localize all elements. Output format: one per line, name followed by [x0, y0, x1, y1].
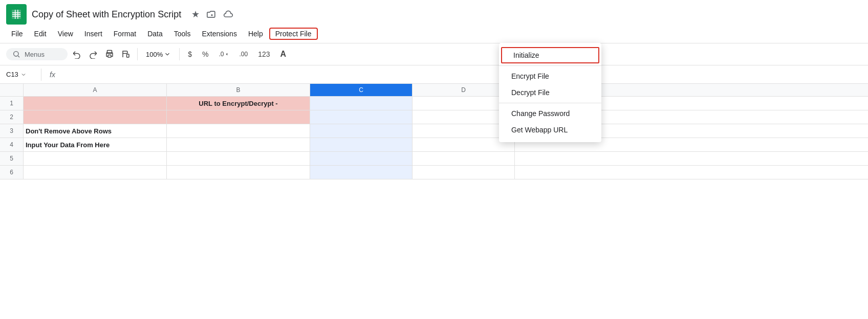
cell-c2[interactable]: [310, 110, 413, 124]
cell-b4[interactable]: [167, 138, 310, 151]
cell-a4-value: Input Your Data From Here: [26, 141, 110, 149]
cell-b2[interactable]: [167, 110, 310, 124]
cell-a1[interactable]: [24, 97, 167, 110]
row-num-5: 5: [0, 152, 24, 165]
format-123-button[interactable]: 123: [254, 49, 274, 59]
formula-icon: fx: [46, 71, 59, 79]
dropdown-separator-1: [499, 65, 601, 66]
star-icon[interactable]: ★: [190, 9, 201, 19]
col-header-c[interactable]: C: [310, 84, 413, 96]
toolbar-search[interactable]: Menus: [6, 48, 68, 60]
decimal-less-arrow-icon: [224, 52, 229, 57]
decimal-less-button[interactable]: .0: [215, 50, 233, 59]
column-headers: A B C D: [0, 84, 868, 97]
search-label: Menus: [25, 51, 45, 58]
menu-edit[interactable]: Edit: [29, 28, 52, 40]
folder-icon[interactable]: [207, 9, 217, 19]
row-num-1: 1: [0, 97, 24, 110]
doc-title: Copy of Sheet with Encryption Script: [32, 9, 181, 20]
toolbar: Menus 100% $ % .0 .00 123 A: [0, 43, 868, 65]
row-num-4: 4: [0, 138, 24, 151]
row-num-corner: [0, 84, 24, 96]
row-num-3: 3: [0, 124, 24, 138]
table-row: 1 URL to Encrypt/Decrypt -: [0, 97, 868, 110]
svg-rect-10: [127, 54, 129, 57]
cell-d5[interactable]: [413, 152, 515, 165]
zoom-control[interactable]: 100%: [142, 50, 175, 59]
toolbar-divider-2: [179, 48, 180, 60]
cell-c3[interactable]: [310, 124, 413, 138]
decimal-more-button[interactable]: .00: [235, 50, 252, 59]
cell-ref-value: C13: [6, 71, 18, 78]
dropdown-separator-2: [499, 103, 601, 103]
svg-rect-9: [108, 55, 111, 58]
cell-b5[interactable]: [167, 152, 310, 165]
row-num-2: 2: [0, 110, 24, 124]
percent-button[interactable]: %: [198, 49, 212, 59]
table-row: 2: [0, 110, 868, 124]
cloud-icon[interactable]: [223, 9, 233, 19]
cell-a3[interactable]: Don't Remove Above Rows: [24, 124, 167, 138]
menu-help[interactable]: Help: [243, 28, 268, 40]
title-bar: Copy of Sheet with Encryption Script ★: [0, 0, 868, 25]
menu-insert[interactable]: Insert: [79, 28, 107, 40]
menu-file[interactable]: File: [6, 28, 28, 40]
protect-file-dropdown: Initialize Encrypt File Decrypt File Cha…: [499, 43, 601, 142]
cell-a3-value: Don't Remove Above Rows: [26, 127, 112, 135]
col-header-b[interactable]: B: [167, 84, 310, 96]
dropdown-item-initialize[interactable]: Initialize: [501, 47, 599, 63]
cell-c4[interactable]: [310, 138, 413, 151]
menu-tools[interactable]: Tools: [169, 28, 196, 40]
cell-d6[interactable]: [413, 166, 515, 179]
spreadsheet: A B C D 1 URL to Encrypt/Decrypt - 2 3 D…: [0, 84, 868, 179]
cell-a2[interactable]: [24, 110, 167, 124]
svg-rect-3: [12, 16, 20, 17]
toolbar-divider-1: [137, 48, 138, 60]
cell-c6[interactable]: [310, 166, 413, 179]
zoom-dropdown-icon: [164, 51, 171, 58]
svg-rect-4: [15, 10, 16, 19]
dropdown-item-decrypt-file[interactable]: Decrypt File: [499, 84, 601, 101]
row-num-6: 6: [0, 166, 24, 179]
menu-extensions[interactable]: Extensions: [197, 28, 242, 40]
menu-protect-file[interactable]: Protect File: [269, 28, 318, 40]
redo-button[interactable]: [86, 47, 100, 61]
table-row: 5: [0, 152, 868, 166]
menu-view[interactable]: View: [53, 28, 78, 40]
table-row: 3 Don't Remove Above Rows: [0, 124, 868, 138]
dropdown-item-change-password[interactable]: Change Password: [499, 105, 601, 122]
zoom-value: 100%: [146, 51, 163, 58]
formula-bar: C13 fx: [0, 65, 868, 84]
search-icon: [12, 50, 20, 58]
cell-a4[interactable]: Input Your Data From Here: [24, 138, 167, 151]
cell-c5[interactable]: [310, 152, 413, 165]
col-header-a[interactable]: A: [24, 84, 167, 96]
dropdown-item-get-webapp-url[interactable]: Get Webapp URL: [499, 122, 601, 138]
title-icons: ★: [190, 9, 233, 19]
undo-button[interactable]: [70, 47, 84, 61]
svg-point-6: [14, 52, 18, 56]
cell-c1[interactable]: [310, 97, 413, 110]
svg-rect-1: [12, 12, 20, 13]
print-button[interactable]: [102, 47, 117, 61]
cell-reference[interactable]: C13: [6, 71, 37, 78]
cell-b1-value: URL to Encrypt/Decrypt -: [199, 100, 277, 107]
svg-rect-5: [17, 10, 18, 19]
cell-b1[interactable]: URL to Encrypt/Decrypt -: [167, 97, 310, 110]
menu-format[interactable]: Format: [108, 28, 141, 40]
menu-bar: File Edit View Insert Format Data Tools …: [0, 25, 868, 43]
cell-b6[interactable]: [167, 166, 310, 179]
cell-ref-dropdown-icon: [20, 72, 27, 78]
cell-b3[interactable]: [167, 124, 310, 138]
currency-button[interactable]: $: [184, 49, 196, 59]
svg-rect-2: [12, 14, 20, 15]
cell-a6[interactable]: [24, 166, 167, 179]
formula-bar-divider: [41, 69, 41, 81]
table-row: 6: [0, 166, 868, 179]
format-a-button[interactable]: A: [276, 49, 291, 60]
cell-a5[interactable]: [24, 152, 167, 165]
dropdown-item-encrypt-file[interactable]: Encrypt File: [499, 68, 601, 84]
dropdown-menu: Initialize Encrypt File Decrypt File Cha…: [499, 43, 601, 142]
menu-data[interactable]: Data: [142, 28, 168, 40]
paint-format-button[interactable]: [119, 47, 133, 61]
